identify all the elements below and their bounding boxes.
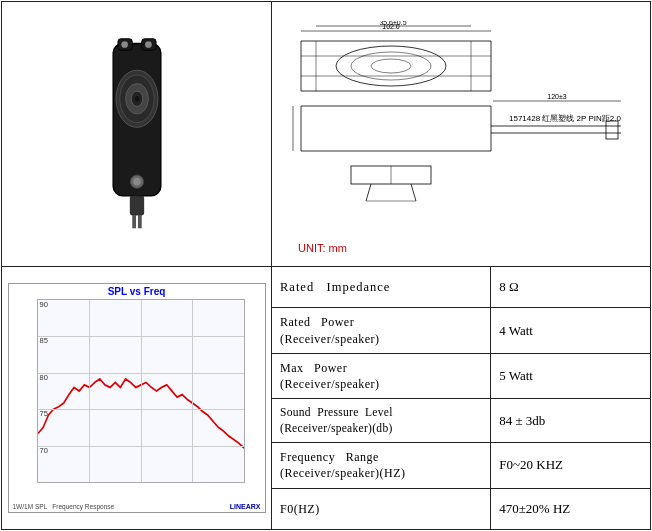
spec-value-rated-power: 4 Watt: [491, 308, 650, 352]
spec-row-max-power: Max Power (Receiver/speaker) 5 Watt: [272, 354, 650, 399]
spec-label-freq-range: Frequency Range (Receiver/speaker)(HZ): [272, 443, 491, 487]
technical-drawing-cell: 102.0 35.6±0.5 13.0 1571428 红黑塑线 2P PIN距…: [272, 2, 650, 267]
chart-title: SPL vs Freq: [9, 284, 265, 299]
y-label-5: 70: [40, 446, 48, 455]
svg-text:1571428  红黑塑线 2P PIN距2.0: 1571428 红黑塑线 2P PIN距2.0: [509, 114, 621, 123]
spec-row-f0: F0(HZ) 470±20% HZ: [272, 489, 650, 529]
speaker-illustration: [92, 34, 182, 234]
technical-drawing-svg: 102.0 35.6±0.5 13.0 1571428 红黑塑线 2P PIN距…: [291, 21, 631, 231]
svg-point-3: [121, 41, 128, 48]
svg-point-9: [135, 96, 139, 102]
spec-row-impedance: Rated Impedance 8 Ω: [272, 267, 650, 308]
svg-line-44: [366, 184, 371, 201]
chart-footer-info: 1W/1M SPL Frequency Response: [13, 503, 115, 510]
spec-value-spl: 84 ± 3db: [491, 399, 650, 442]
spec-value-f0: 470±20% HZ: [491, 489, 650, 529]
chart-brand: LINEARX: [230, 503, 261, 510]
svg-point-25: [371, 59, 411, 73]
svg-text:120±3: 120±3: [547, 93, 567, 100]
grid-v-2: [141, 300, 142, 482]
y-label-top: 90: [40, 300, 48, 309]
spec-row-spl: Sound Pressure Level (Receiver/speaker)(…: [272, 399, 650, 443]
y-label-4: 75: [40, 409, 48, 418]
svg-point-11: [133, 178, 141, 186]
spec-label-max-power: Max Power (Receiver/speaker): [272, 354, 491, 398]
svg-rect-13: [132, 215, 136, 228]
spl-chart-cell: SPL vs Freq 90 85 80 7: [2, 267, 272, 529]
svg-point-4: [145, 41, 152, 48]
y-label-2: 85: [40, 336, 48, 345]
unit-text: UNIT:: [298, 242, 326, 254]
product-sheet: 102.0 35.6±0.5 13.0 1571428 红黑塑线 2P PIN距…: [1, 1, 651, 530]
spec-label-rated-power: Rated Power (Receiver/speaker): [272, 308, 491, 352]
spec-label-impedance: Rated Impedance: [272, 267, 491, 307]
spec-value-max-power: 5 Watt: [491, 354, 650, 398]
spec-value-freq-range: F0~20 KHZ: [491, 443, 650, 487]
speaker-photo-cell: [2, 2, 272, 267]
spec-row-freq-range: Frequency Range (Receiver/speaker)(HZ) F…: [272, 443, 650, 488]
spec-label-spl: Sound Pressure Level (Receiver/speaker)(…: [272, 399, 491, 442]
svg-line-45: [411, 184, 416, 201]
y-label-3: 80: [40, 373, 48, 382]
drawing-svg-area: 102.0 35.6±0.5 13.0 1571428 红黑塑线 2P PIN距…: [288, 10, 634, 242]
svg-rect-12: [130, 196, 143, 215]
spec-value-impedance: 8 Ω: [491, 267, 650, 307]
spec-label-f0: F0(HZ): [272, 489, 491, 529]
svg-rect-14: [137, 215, 141, 228]
svg-text:35.6±0.5: 35.6±0.5: [379, 21, 406, 26]
chart-plot-area: 90 85 80 75 70 100 1K 10K: [37, 299, 245, 483]
grid-v-1: [89, 300, 90, 482]
spec-row-rated-power: Rated Power (Receiver/speaker) 4 Watt: [272, 308, 650, 353]
unit-value: mm: [329, 242, 347, 254]
chart-footer: 1W/1M SPL Frequency Response LINEARX: [9, 501, 265, 512]
svg-rect-36: [606, 121, 618, 139]
grid-v-3: [192, 300, 193, 482]
unit-label: UNIT: mm: [298, 242, 347, 254]
specs-table: Rated Impedance 8 Ω Rated Power (Receive…: [272, 267, 650, 529]
spl-chart-container: SPL vs Freq 90 85 80 7: [8, 283, 266, 513]
